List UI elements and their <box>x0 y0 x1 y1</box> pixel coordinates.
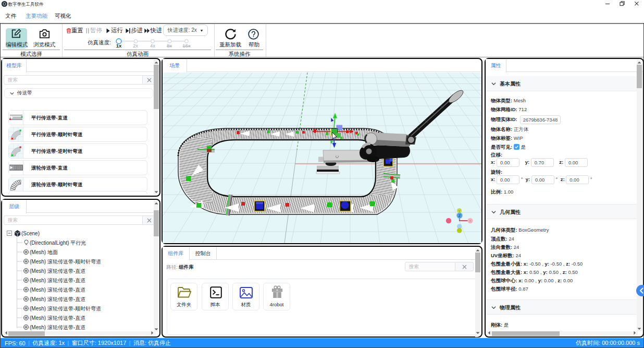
svg-text:(Mesh) 滚轮传送带-顺时针弯道: (Mesh) 滚轮传送带-顺时针弯道 <box>30 306 101 311</box>
svg-text:(Scene): (Scene) <box>21 231 40 236</box>
svg-text:(Mesh) 滚轮传送带-直道: (Mesh) 滚轮传送带-直道 <box>30 268 85 274</box>
svg-text:(Mesh) 滚轮传送带-直道: (Mesh) 滚轮传送带-直道 <box>30 278 85 283</box>
svg-text:(DirectionalLight) 平行光: (DirectionalLight) 平行光 <box>30 240 86 246</box>
svg-text:(Mesh) 滚轮传送带-顺时针弯道: (Mesh) 滚轮传送带-顺时针弯道 <box>30 259 101 265</box>
svg-text:X: X <box>469 219 472 223</box>
svg-text:(Mesh) 滚轮传送带-直道: (Mesh) 滚轮传送带-直道 <box>30 287 85 293</box>
svg-text:(Mesh) 地面: (Mesh) 地面 <box>30 249 58 255</box>
svg-text:(Mesh) 滚轮传送带-直道: (Mesh) 滚轮传送带-直道 <box>30 296 85 302</box>
svg-text:Z: Z <box>459 213 461 218</box>
svg-text:(Mesh) 滚轮传送带-直道: (Mesh) 滚轮传送带-直道 <box>30 325 85 330</box>
svg-text:(Mesh) 滚轮传送带-直道: (Mesh) 滚轮传送带-直道 <box>30 315 85 321</box>
